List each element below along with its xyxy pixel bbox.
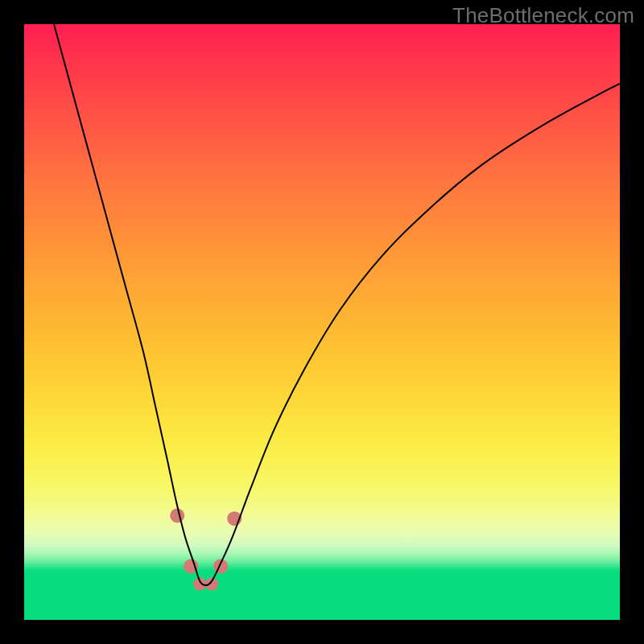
right-lower-dot: [213, 559, 228, 573]
chart-frame: TheBottleneck.com: [0, 0, 644, 644]
plot-area: [24, 24, 620, 620]
bottleneck-curve: [54, 24, 620, 585]
trough-right: [205, 578, 218, 591]
left-upper-dot: [170, 509, 184, 523]
watermark-text: TheBottleneck.com: [452, 3, 634, 28]
svg-layer: [24, 24, 620, 620]
